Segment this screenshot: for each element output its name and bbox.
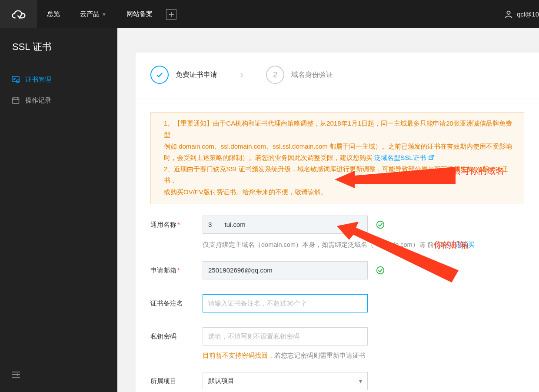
progress-steps: 免费证书申请 › 2 域名身份验证 — [136, 66, 539, 99]
cert-icon — [11, 75, 20, 84]
row-email: 申请邮箱* — [150, 261, 524, 279]
logo[interactable] — [0, 0, 37, 28]
row-privkey: 私钥密码 — [150, 327, 524, 345]
top-nav: 总览 云产品 ▼ 网站备案 — [37, 0, 176, 28]
link-text: 泛域名型SSL证书 — [374, 152, 426, 163]
domain-label: 通用名称* — [150, 216, 203, 229]
sidebar-item-label: 证书管理 — [25, 76, 51, 84]
email-input[interactable] — [203, 261, 368, 279]
collapse-icon — [11, 371, 21, 379]
plus-icon — [168, 11, 174, 17]
project-select[interactable]: 默认项目 ▾ — [203, 372, 368, 390]
topbar: 总览 云产品 ▼ 网站备案 qcl@10 — [0, 0, 539, 28]
step-2: 2 域名身份验证 — [266, 66, 333, 84]
cert-apply-form: 通用名称* 仅支持绑定主域名（domain.com）本身，如需绑定泛域名（*.d… — [136, 216, 539, 392]
privkey-hint-grey: 若您忘记密码则需重新申请证书 — [274, 352, 366, 359]
chevron-down-icon: ▼ — [102, 12, 106, 17]
notice-text: 2、近期由于赛门铁克SSL证书颁发系统升级，域名敏感词库进行更新调整，可能导致部… — [164, 165, 508, 184]
privkey-hint-orange: 目前暂不支持密码找回， — [203, 352, 274, 359]
check-icon — [155, 70, 164, 80]
notice-text: 例如 domain.com、ssl.domain.com、ssl.ssl.dom… — [164, 143, 512, 150]
nav-products-label: 云产品 — [80, 10, 100, 18]
wildcard-ssl-link[interactable]: 泛域名型SSL证书 — [374, 152, 433, 163]
domain-hint: 仅支持绑定主域名（domain.com）本身，如需绑定泛域名（*.domain.… — [203, 241, 524, 249]
row-domain: 通用名称* — [150, 216, 524, 234]
sidebar-item-cert-manage[interactable]: 证书管理 — [0, 69, 117, 90]
domain-buy-link[interactable]: 请购买 — [455, 241, 475, 248]
notice-text: 1、【重要通知】由于CA机构和证书代理商策略调整，从2018年1月1日起，同一主… — [164, 120, 512, 138]
sidebar-item-label: 操作记录 — [25, 96, 51, 105]
nav-overview[interactable]: 总览 — [37, 0, 70, 28]
notice-text: 时，会受到上述策略的限制）。若您的业务因此次调整受限，建议您购买 — [164, 154, 373, 161]
domain-valid-icon — [376, 220, 385, 231]
nav-overview-label: 总览 — [47, 10, 60, 18]
external-link-icon — [428, 155, 434, 161]
privkey-label: 私钥密码 — [150, 327, 203, 341]
privkey-input[interactable] — [203, 327, 368, 345]
remark-label: 证书备注名 — [150, 294, 203, 308]
svg-point-0 — [507, 11, 510, 14]
nav-products[interactable]: 云产品 ▼ — [70, 0, 116, 28]
chevron-down-icon: ▾ — [359, 378, 362, 385]
email-valid-icon — [376, 266, 385, 276]
calendar-icon — [11, 96, 20, 105]
step-separator: › — [240, 69, 243, 81]
domain-input[interactable] — [203, 216, 368, 234]
step-2-label: 域名身份验证 — [291, 70, 333, 80]
row-project: 所属项目 默认项目 ▾ — [150, 372, 524, 390]
main-content: 免费证书申请 › 2 域名身份验证 1、【重要通知】由于CA机构和证书代理商策略… — [117, 28, 539, 392]
user-icon — [504, 10, 513, 19]
project-label: 所属项目 — [150, 372, 203, 385]
notice-text: 或购买OV/EV版付费证书。给您带来的不便，敬请谅解。 — [164, 188, 327, 196]
nav-beian[interactable]: 网站备案 — [116, 0, 163, 28]
step-1-label: 免费证书申请 — [176, 70, 217, 80]
add-button[interactable] — [166, 9, 176, 20]
user-menu[interactable]: qcl@10 — [504, 10, 539, 19]
user-label: qcl@10 — [517, 10, 539, 18]
svg-point-5 — [377, 267, 384, 274]
svg-rect-1 — [12, 76, 19, 81]
sidebar-title: SSL 证书 — [0, 28, 117, 69]
project-select-value: 默认项目 — [208, 377, 234, 385]
row-remark: 证书备注名 — [150, 294, 524, 312]
notice-box: 1、【重要通知】由于CA机构和证书代理商策略调整，从2018年1月1日起，同一主… — [150, 112, 524, 204]
sidebar-item-oplog[interactable]: 操作记录 — [0, 90, 117, 111]
step-2-circle: 2 — [266, 66, 284, 84]
step-1-circle — [150, 66, 169, 84]
remark-input[interactable] — [203, 294, 368, 312]
svg-point-4 — [377, 221, 384, 229]
content-card: 免费证书申请 › 2 域名身份验证 1、【重要通知】由于CA机构和证书代理商策略… — [136, 53, 539, 392]
sidebar-collapse-button[interactable] — [0, 360, 117, 392]
cloud-logo-icon — [10, 8, 27, 21]
email-label: 申请邮箱* — [150, 261, 203, 275]
sidebar: SSL 证书 证书管理 操作记录 — [0, 28, 117, 392]
nav-beian-label: 网站备案 — [126, 10, 153, 18]
step-1: 免费证书申请 — [150, 66, 217, 84]
svg-rect-3 — [13, 98, 19, 103]
privkey-hint: 目前暂不支持密码找回，若您忘记密码则需重新申请证书 — [203, 352, 524, 360]
